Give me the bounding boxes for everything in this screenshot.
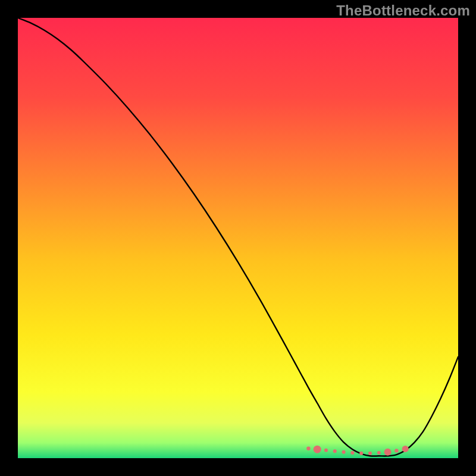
- flat-marker-dot: [368, 452, 372, 455]
- flat-marker-dot: [384, 449, 392, 456]
- flat-marker-dot: [377, 451, 381, 455]
- flat-marker-dot: [402, 446, 409, 452]
- flat-marker-dot: [359, 452, 363, 455]
- flat-marker-dot: [394, 449, 398, 452]
- curve-layer: [18, 18, 458, 458]
- flat-marker-dot: [342, 450, 346, 454]
- watermark: TheBottleneck.com: [336, 2, 470, 19]
- flat-marker-dot: [324, 449, 328, 452]
- bottleneck-curve: [18, 18, 458, 456]
- plot-area: [18, 18, 458, 458]
- flat-marker-dot: [306, 447, 310, 450]
- flat-marker-dot: [350, 451, 354, 455]
- flat-marker-dot: [333, 449, 337, 453]
- flat-segment-markers: [306, 446, 409, 456]
- flat-marker-dot: [314, 446, 321, 453]
- chart-frame: TheBottleneck.com: [0, 0, 476, 476]
